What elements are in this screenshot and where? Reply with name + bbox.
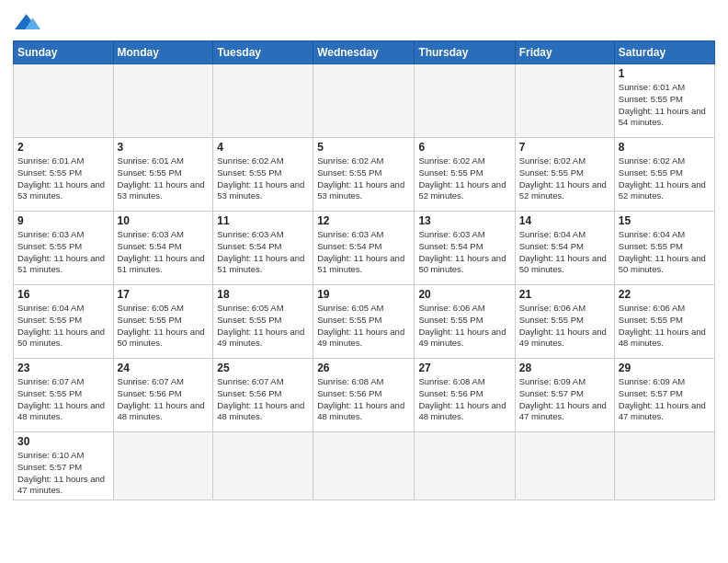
- day-cell: 28Sunrise: 6:09 AMSunset: 5:57 PMDayligh…: [515, 359, 614, 432]
- day-number: 20: [418, 288, 510, 301]
- weekday-header-tuesday: Tuesday: [213, 41, 313, 64]
- logo-icon: [15, 11, 40, 31]
- day-info: Sunrise: 6:08 AMSunset: 5:56 PMDaylight:…: [317, 376, 410, 423]
- day-number: 1: [619, 67, 711, 80]
- day-info: Sunrise: 6:03 AMSunset: 5:54 PMDaylight:…: [118, 229, 210, 276]
- day-cell: [515, 432, 614, 500]
- day-cell: 18Sunrise: 6:05 AMSunset: 5:55 PMDayligh…: [213, 285, 313, 359]
- day-number: 8: [619, 141, 711, 154]
- day-cell: 15Sunrise: 6:04 AMSunset: 5:55 PMDayligh…: [614, 212, 714, 285]
- day-info: Sunrise: 6:03 AMSunset: 5:54 PMDaylight:…: [317, 229, 410, 276]
- day-info: Sunrise: 6:09 AMSunset: 5:57 PMDaylight:…: [519, 376, 610, 423]
- day-info: Sunrise: 6:02 AMSunset: 5:55 PMDaylight:…: [619, 155, 711, 202]
- day-info: Sunrise: 6:05 AMSunset: 5:55 PMDaylight:…: [118, 303, 210, 350]
- day-info: Sunrise: 6:01 AMSunset: 5:55 PMDaylight:…: [17, 155, 109, 202]
- header: [13, 9, 715, 35]
- day-cell: 29Sunrise: 6:09 AMSunset: 5:57 PMDayligh…: [614, 359, 714, 432]
- day-cell: 5Sunrise: 6:02 AMSunset: 5:55 PMDaylight…: [313, 138, 415, 212]
- day-cell: 8Sunrise: 6:02 AMSunset: 5:55 PMDaylight…: [614, 138, 714, 212]
- day-cell: 13Sunrise: 6:03 AMSunset: 5:54 PMDayligh…: [415, 212, 515, 285]
- week-row-1: 1Sunrise: 6:01 AMSunset: 5:55 PMDaylight…: [14, 64, 715, 138]
- day-info: Sunrise: 6:06 AMSunset: 5:55 PMDaylight:…: [519, 303, 610, 350]
- day-cell: 27Sunrise: 6:08 AMSunset: 5:56 PMDayligh…: [415, 359, 515, 432]
- day-cell: [515, 64, 614, 138]
- week-row-3: 9Sunrise: 6:03 AMSunset: 5:55 PMDaylight…: [14, 212, 715, 285]
- day-info: Sunrise: 6:10 AMSunset: 5:57 PMDaylight:…: [17, 450, 109, 497]
- day-cell: 3Sunrise: 6:01 AMSunset: 5:55 PMDaylight…: [113, 138, 213, 212]
- calendar-table: SundayMondayTuesdayWednesdayThursdayFrid…: [13, 40, 715, 500]
- weekday-header-monday: Monday: [113, 41, 213, 64]
- logo: [13, 13, 40, 35]
- day-cell: [213, 64, 313, 138]
- day-info: Sunrise: 6:01 AMSunset: 5:55 PMDaylight:…: [118, 155, 210, 202]
- day-info: Sunrise: 6:02 AMSunset: 5:55 PMDaylight:…: [418, 155, 510, 202]
- day-cell: 24Sunrise: 6:07 AMSunset: 5:56 PMDayligh…: [113, 359, 213, 432]
- day-number: 4: [217, 141, 309, 154]
- day-number: 12: [317, 214, 410, 227]
- day-info: Sunrise: 6:05 AMSunset: 5:55 PMDaylight:…: [317, 303, 410, 350]
- day-info: Sunrise: 6:04 AMSunset: 5:55 PMDaylight:…: [17, 303, 109, 350]
- day-cell: [113, 64, 213, 138]
- day-number: 18: [217, 288, 309, 301]
- day-cell: 6Sunrise: 6:02 AMSunset: 5:55 PMDaylight…: [415, 138, 515, 212]
- day-number: 28: [519, 362, 610, 374]
- day-cell: 26Sunrise: 6:08 AMSunset: 5:56 PMDayligh…: [313, 359, 415, 432]
- day-info: Sunrise: 6:08 AMSunset: 5:56 PMDaylight:…: [418, 376, 510, 423]
- day-number: 30: [17, 435, 109, 448]
- page: SundayMondayTuesdayWednesdayThursdayFrid…: [0, 0, 728, 510]
- day-cell: 21Sunrise: 6:06 AMSunset: 5:55 PMDayligh…: [515, 285, 614, 359]
- day-cell: 10Sunrise: 6:03 AMSunset: 5:54 PMDayligh…: [113, 212, 213, 285]
- day-number: 16: [17, 288, 109, 301]
- week-row-5: 23Sunrise: 6:07 AMSunset: 5:55 PMDayligh…: [14, 359, 715, 432]
- day-cell: [14, 64, 114, 138]
- day-number: 27: [418, 362, 510, 374]
- day-cell: 25Sunrise: 6:07 AMSunset: 5:56 PMDayligh…: [213, 359, 313, 432]
- day-info: Sunrise: 6:03 AMSunset: 5:55 PMDaylight:…: [17, 229, 109, 276]
- weekday-header-row: SundayMondayTuesdayWednesdayThursdayFrid…: [14, 41, 715, 64]
- day-info: Sunrise: 6:04 AMSunset: 5:54 PMDaylight:…: [519, 229, 610, 276]
- weekday-header-wednesday: Wednesday: [313, 41, 415, 64]
- day-cell: 20Sunrise: 6:06 AMSunset: 5:55 PMDayligh…: [415, 285, 515, 359]
- day-cell: 9Sunrise: 6:03 AMSunset: 5:55 PMDaylight…: [14, 212, 114, 285]
- day-cell: 17Sunrise: 6:05 AMSunset: 5:55 PMDayligh…: [113, 285, 213, 359]
- day-info: Sunrise: 6:07 AMSunset: 5:56 PMDaylight:…: [217, 376, 309, 423]
- day-cell: 4Sunrise: 6:02 AMSunset: 5:55 PMDaylight…: [213, 138, 313, 212]
- weekday-header-friday: Friday: [515, 41, 614, 64]
- day-cell: [313, 432, 415, 500]
- day-cell: [415, 64, 515, 138]
- day-number: 29: [619, 362, 711, 374]
- day-info: Sunrise: 6:02 AMSunset: 5:55 PMDaylight:…: [217, 155, 309, 202]
- week-row-6: 30Sunrise: 6:10 AMSunset: 5:57 PMDayligh…: [14, 432, 715, 500]
- day-number: 26: [317, 362, 410, 374]
- day-number: 22: [619, 288, 711, 301]
- day-info: Sunrise: 6:07 AMSunset: 5:55 PMDaylight:…: [17, 376, 109, 423]
- day-cell: 2Sunrise: 6:01 AMSunset: 5:55 PMDaylight…: [14, 138, 114, 212]
- day-cell: 19Sunrise: 6:05 AMSunset: 5:55 PMDayligh…: [313, 285, 415, 359]
- day-info: Sunrise: 6:06 AMSunset: 5:55 PMDaylight:…: [418, 303, 510, 350]
- day-number: 7: [519, 141, 610, 154]
- weekday-header-sunday: Sunday: [14, 41, 114, 64]
- day-cell: [614, 432, 714, 500]
- day-info: Sunrise: 6:07 AMSunset: 5:56 PMDaylight:…: [118, 376, 210, 423]
- day-cell: 14Sunrise: 6:04 AMSunset: 5:54 PMDayligh…: [515, 212, 614, 285]
- day-number: 13: [418, 214, 510, 227]
- day-number: 6: [418, 141, 510, 154]
- day-number: 19: [317, 288, 410, 301]
- day-cell: 30Sunrise: 6:10 AMSunset: 5:57 PMDayligh…: [14, 432, 114, 500]
- day-info: Sunrise: 6:05 AMSunset: 5:55 PMDaylight:…: [217, 303, 309, 350]
- day-info: Sunrise: 6:03 AMSunset: 5:54 PMDaylight:…: [217, 229, 309, 276]
- day-number: 25: [217, 362, 309, 374]
- weekday-header-saturday: Saturday: [614, 41, 714, 64]
- day-info: Sunrise: 6:09 AMSunset: 5:57 PMDaylight:…: [619, 376, 711, 423]
- day-cell: [113, 432, 213, 500]
- day-info: Sunrise: 6:04 AMSunset: 5:55 PMDaylight:…: [619, 229, 711, 276]
- day-number: 24: [118, 362, 210, 374]
- week-row-2: 2Sunrise: 6:01 AMSunset: 5:55 PMDaylight…: [14, 138, 715, 212]
- day-number: 17: [118, 288, 210, 301]
- day-cell: 1Sunrise: 6:01 AMSunset: 5:55 PMDaylight…: [614, 64, 714, 138]
- day-cell: 11Sunrise: 6:03 AMSunset: 5:54 PMDayligh…: [213, 212, 313, 285]
- day-cell: [415, 432, 515, 500]
- day-number: 23: [17, 362, 109, 374]
- day-number: 5: [317, 141, 410, 154]
- day-number: 15: [619, 214, 711, 227]
